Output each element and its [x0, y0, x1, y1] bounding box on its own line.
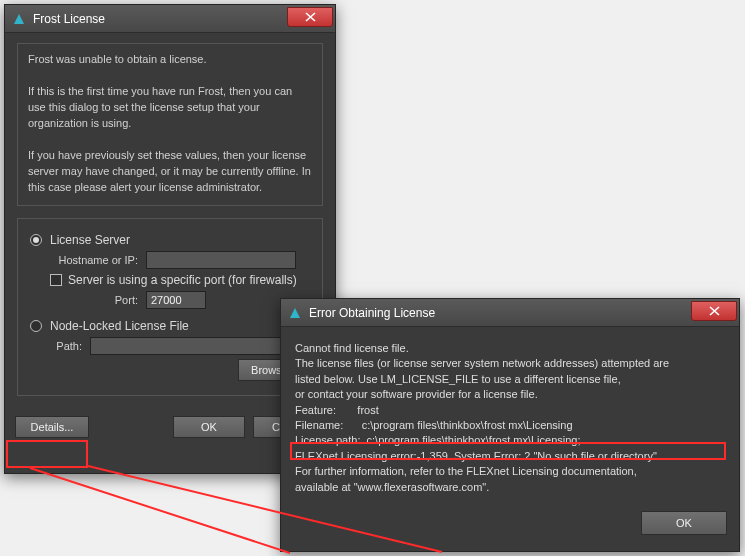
error-ok-button[interactable]: OK — [641, 511, 727, 535]
info-frame: Frost was unable to obtain a license. If… — [17, 43, 323, 206]
frost-titlebar: Frost License — [5, 5, 335, 33]
error-body: Cannot find license file. The license fi… — [281, 327, 739, 505]
error-titlebar: Error Obtaining License — [281, 299, 739, 327]
path-input[interactable] — [90, 337, 310, 355]
svg-marker-0 — [14, 14, 24, 24]
port-input[interactable] — [146, 291, 206, 309]
path-label: Path: — [50, 340, 90, 352]
window-title: Frost License — [33, 12, 287, 26]
specific-port-checkbox[interactable] — [50, 274, 62, 286]
app-icon — [287, 305, 303, 321]
svg-line-2 — [30, 468, 290, 553]
error-line: listed below. Use LM_LICENSE_FILE to use… — [295, 372, 725, 387]
info-first-time: If this is the first time you have run F… — [28, 84, 312, 132]
error-more: available at "www.flexerasoftware.com". — [295, 480, 725, 495]
error-feature: Feature: frost — [295, 403, 725, 418]
radio-node-locked-label: Node-Locked License File — [50, 319, 189, 333]
radio-license-server[interactable] — [30, 234, 42, 246]
options-frame: License Server Hostname or IP: Server is… — [17, 218, 323, 396]
hostname-input[interactable] — [146, 251, 296, 269]
radio-node-locked[interactable] — [30, 320, 42, 332]
error-licpath: License path: c:\program files\thinkbox\… — [295, 433, 725, 448]
error-more: For further information, refer to the FL… — [295, 464, 725, 479]
error-window: Error Obtaining License Cannot find lice… — [280, 298, 740, 552]
error-line: Cannot find license file. — [295, 341, 725, 356]
error-flexnet: FLEXnet Licensing error:-1,359. System E… — [295, 449, 725, 464]
info-previously: If you have previously set these values,… — [28, 148, 312, 196]
error-line: The license files (or license server sys… — [295, 356, 725, 371]
info-intro: Frost was unable to obtain a license. — [28, 52, 312, 68]
specific-port-label: Server is using a specific port (for fir… — [68, 273, 297, 287]
svg-marker-1 — [290, 308, 300, 318]
window-title: Error Obtaining License — [309, 306, 691, 320]
details-button[interactable]: Details... — [15, 416, 89, 438]
radio-license-server-row: License Server — [30, 233, 310, 247]
error-filename: Filename: c:\program files\thinkbox\fros… — [295, 418, 725, 433]
radio-license-server-label: License Server — [50, 233, 130, 247]
ok-button[interactable]: OK — [173, 416, 245, 438]
close-button[interactable] — [287, 7, 333, 27]
app-icon — [11, 11, 27, 27]
error-line: or contact your software provider for a … — [295, 387, 725, 402]
close-button[interactable] — [691, 301, 737, 321]
hostname-label: Hostname or IP: — [50, 254, 146, 266]
port-label: Port: — [50, 294, 146, 306]
